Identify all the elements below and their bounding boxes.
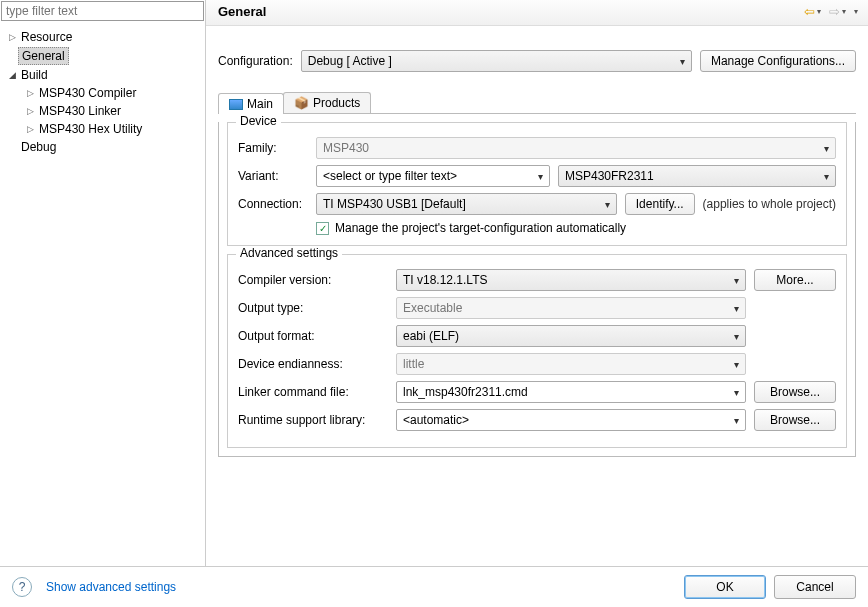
sidebar: Resource General Build MSP430 Compiler M… [0,0,206,566]
advanced-group: Advanced settings Compiler version: TI v… [227,254,847,448]
nav-tree: Resource General Build MSP430 Compiler M… [0,22,205,566]
output-type-select: Executable [396,297,746,319]
view-menu-icon[interactable]: ▾ [854,7,858,16]
tab-label: Main [247,97,273,111]
tree-label: Build [18,67,51,83]
configuration-select[interactable]: Debug [ Active ] [301,50,692,72]
chevron-down-icon[interactable] [6,69,18,81]
endianness-select: little [396,353,746,375]
runtime-lib-select[interactable]: <automatic> [396,409,746,431]
tab-panel-main: Device Family: MSP430 Variant: <select o… [218,122,856,457]
applies-note: (applies to whole project) [703,197,836,211]
compiler-version-select[interactable]: TI v18.12.1.LTS [396,269,746,291]
tree-item-general[interactable]: General [4,46,201,66]
help-icon[interactable]: ? [12,577,32,597]
endianness-label: Device endianness: [238,357,388,371]
tab-label: Products [313,96,360,110]
back-menu-icon[interactable]: ▾ [817,7,821,16]
configuration-label: Configuration: [218,54,293,68]
tree-item-msp430-linker[interactable]: MSP430 Linker [22,102,201,120]
chevron-right-icon[interactable] [6,31,18,43]
more-button[interactable]: More... [754,269,836,291]
cancel-button[interactable]: Cancel [774,575,856,599]
ok-button[interactable]: OK [684,575,766,599]
linker-browse-button[interactable]: Browse... [754,381,836,403]
tree-label: MSP430 Hex Utility [36,121,145,137]
device-group: Device Family: MSP430 Variant: <select o… [227,122,847,246]
chevron-right-icon[interactable] [24,87,36,99]
tree-item-debug[interactable]: Debug [4,138,201,156]
runtime-lib-label: Runtime support library: [238,413,388,427]
tree-item-resource[interactable]: Resource [4,28,201,46]
tab-bar: Main 📦 Products [218,92,856,114]
output-format-select[interactable]: eabi (ELF) [396,325,746,347]
chevron-right-icon[interactable] [24,105,36,117]
manage-config-checkbox[interactable]: ✓ [316,222,329,235]
nav-icons: ⇦ ▾ ⇨ ▾ ▾ [804,4,858,19]
filter-input[interactable] [1,1,204,21]
tree-label: MSP430 Linker [36,103,124,119]
variant-filter-input[interactable]: <select or type filter text> [316,165,550,187]
show-advanced-link[interactable]: Show advanced settings [46,580,176,594]
variant-label: Variant: [238,169,308,183]
connection-label: Connection: [238,197,308,211]
tree-label: Resource [18,29,75,45]
manage-configurations-button[interactable]: Manage Configurations... [700,50,856,72]
forward-menu-icon[interactable]: ▾ [842,7,846,16]
output-format-label: Output format: [238,329,388,343]
content-header: General ⇦ ▾ ⇨ ▾ ▾ [206,0,868,26]
tab-main[interactable]: Main [218,93,284,114]
output-type-label: Output type: [238,301,388,315]
chevron-right-icon[interactable] [24,123,36,135]
manage-config-label: Manage the project's target-configuratio… [335,221,626,235]
window-icon [229,99,243,110]
tree-item-build[interactable]: Build [4,66,201,84]
connection-select[interactable]: TI MSP430 USB1 [Default] [316,193,617,215]
tree-item-msp430-hex[interactable]: MSP430 Hex Utility [22,120,201,138]
group-title: Advanced settings [236,246,342,260]
linker-file-label: Linker command file: [238,385,388,399]
forward-arrow-icon[interactable]: ⇨ [829,4,840,19]
family-select: MSP430 [316,137,836,159]
tree-label: MSP430 Compiler [36,85,139,101]
variant-select[interactable]: MSP430FR2311 [558,165,836,187]
compiler-version-label: Compiler version: [238,273,388,287]
page-title: General [218,4,266,19]
linker-file-select[interactable]: lnk_msp430fr2311.cmd [396,381,746,403]
group-title: Device [236,114,281,128]
runtime-browse-button[interactable]: Browse... [754,409,836,431]
configuration-row: Configuration: Debug [ Active ] Manage C… [218,50,856,72]
family-label: Family: [238,141,308,155]
tree-label: General [18,47,69,65]
package-icon: 📦 [294,96,309,110]
content-pane: General ⇦ ▾ ⇨ ▾ ▾ Configuration: Debug [… [206,0,868,566]
tree-label: Debug [18,139,59,155]
back-arrow-icon[interactable]: ⇦ [804,4,815,19]
tab-products[interactable]: 📦 Products [283,92,371,113]
identify-button[interactable]: Identify... [625,193,695,215]
tree-item-msp430-compiler[interactable]: MSP430 Compiler [22,84,201,102]
footer: ? Show advanced settings OK Cancel [0,566,868,607]
